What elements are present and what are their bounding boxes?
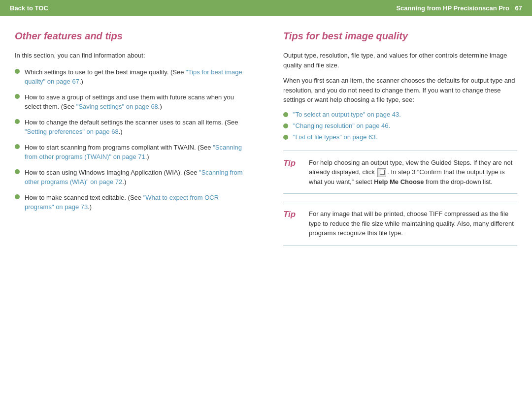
right-bullet-list: "To select an output type" on page 43. "…: [283, 111, 517, 141]
list-item-text: How to start scanning from programs comp…: [25, 143, 249, 162]
list-item-text: How to scan using Windows Imaging Applic…: [25, 168, 249, 187]
left-bullet-list: Which settings to use to get the best im…: [15, 67, 249, 212]
list-item: How to scan using Windows Imaging Applic…: [15, 168, 249, 187]
tip-box-2: Tip For any image that will be printed, …: [283, 202, 517, 246]
list-item-text: How to change the default settings the s…: [25, 118, 249, 137]
bullet-dot: [15, 94, 20, 99]
bullet-dot: [283, 123, 288, 128]
tip-box-1: Tip For help choosing an output type, vi…: [283, 151, 517, 194]
right-para1: Output type, resolution, file type, and …: [283, 51, 517, 70]
right-section-title: Tips for best image quality: [283, 31, 517, 42]
bullet-dot: [283, 135, 288, 140]
list-item: "List of file types" on page 63.: [283, 133, 517, 141]
bullet-dot: [15, 169, 20, 174]
link[interactable]: "Setting preferences" on page 68: [25, 128, 119, 135]
main-content: Other features and tips In this section,…: [0, 16, 532, 399]
list-item: "To select an output type" on page 43.: [283, 111, 517, 118]
bullet-dot: [15, 194, 20, 199]
scanning-title: Scanning from HP Precisionscan Pro: [396, 4, 509, 12]
bullet-dot: [15, 69, 20, 74]
list-item: How to save a group of settings and use …: [15, 92, 249, 112]
back-to-toc-link[interactable]: Back to TOC: [10, 4, 48, 12]
list-item-text: Which settings to use to get the best im…: [25, 67, 249, 87]
tip-content-2: For any image that will be printed, choo…: [309, 209, 517, 238]
header-bar: Back to TOC Scanning from HP Precisionsc…: [0, 0, 532, 16]
list-item: Which settings to use to get the best im…: [15, 67, 249, 87]
left-intro: In this section, you can find informatio…: [15, 51, 249, 61]
right-column: Tips for best image quality Output type,…: [278, 31, 517, 389]
link[interactable]: "Changing resolution" on page 46.: [293, 122, 390, 129]
list-item: How to change the default settings the s…: [15, 118, 249, 137]
bullet-dot: [283, 112, 288, 117]
tip-label-2: Tip: [283, 209, 301, 219]
link[interactable]: "List of file types" on page 63.: [293, 133, 377, 141]
left-column: Other features and tips In this section,…: [15, 31, 259, 389]
header-right-text: Scanning from HP Precisionscan Pro 67: [396, 4, 522, 12]
page-number: 67: [515, 4, 522, 12]
bullet-dot: [15, 119, 20, 124]
list-item: "Changing resolution" on page 46.: [283, 122, 517, 129]
right-para2: When you first scan an item, the scanner…: [283, 76, 517, 105]
list-item: How to make scanned text editable. (See …: [15, 193, 249, 212]
list-item: How to start scanning from programs comp…: [15, 143, 249, 162]
link[interactable]: "To select an output type" on page 43.: [293, 111, 401, 118]
list-item-text: How to save a group of settings and use …: [25, 92, 249, 112]
link[interactable]: "Saving settings" on page 68: [76, 103, 158, 110]
left-section-title: Other features and tips: [15, 31, 249, 42]
guided-steps-icon: [377, 168, 386, 177]
tip-label-1: Tip: [283, 158, 301, 168]
tip-content-1: For help choosing an output type, view t…: [309, 158, 517, 187]
bullet-dot: [15, 144, 20, 149]
list-item-text: How to make scanned text editable. (See …: [25, 193, 249, 212]
